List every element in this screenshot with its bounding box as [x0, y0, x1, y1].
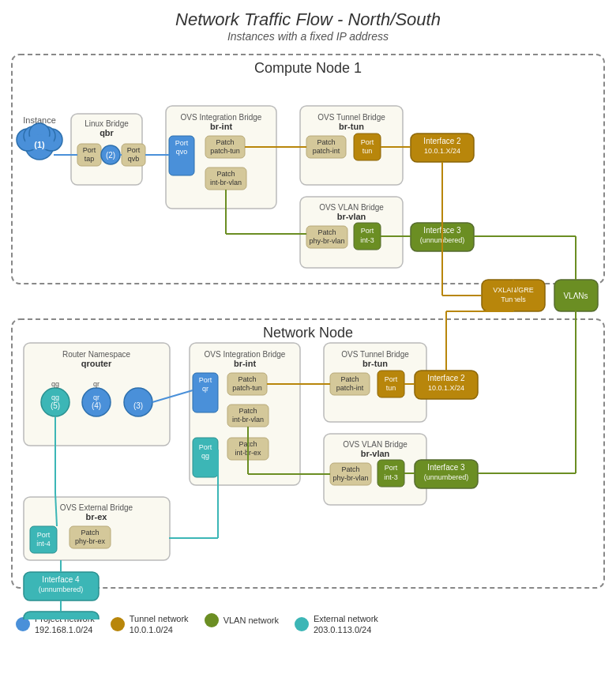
- svg-text:Port: Port: [199, 443, 212, 451]
- svg-text:br-tun: br-tun: [339, 122, 364, 131]
- svg-text:Patch: Patch: [317, 228, 336, 236]
- svg-text:phy-br-vlan: phy-br-vlan: [309, 237, 344, 245]
- title-section: Network Traffic Flow - North/South Insta…: [0, 0, 616, 47]
- svg-text:patch-tun: patch-tun: [210, 147, 240, 155]
- svg-text:Network Node: Network Node: [263, 325, 353, 341]
- svg-text:qg: qg: [201, 452, 209, 460]
- svg-text:tun: tun: [386, 384, 396, 392]
- svg-text:Port: Port: [199, 376, 212, 384]
- svg-text:Patch: Patch: [341, 465, 359, 473]
- svg-text:br-vlan: br-vlan: [337, 212, 366, 221]
- svg-text:patch-tun: patch-tun: [232, 384, 262, 392]
- svg-text:Interface 4: Interface 4: [42, 575, 80, 584]
- svg-text:OVS Tunnel Bridge: OVS Tunnel Bridge: [317, 113, 385, 122]
- svg-text:tun: tun: [362, 147, 373, 155]
- svg-text:Patch: Patch: [239, 407, 257, 415]
- svg-text:Patch: Patch: [216, 138, 234, 146]
- svg-text:(3): (3): [133, 401, 143, 410]
- svg-text:Linux Bridge: Linux Bridge: [85, 119, 129, 128]
- svg-text:Port: Port: [175, 139, 189, 147]
- svg-text:int-3: int-3: [360, 236, 374, 244]
- svg-text:qr: qr: [93, 380, 100, 388]
- svg-text:qvo: qvo: [176, 148, 188, 156]
- svg-text:(unnumbered): (unnumbered): [424, 473, 469, 481]
- svg-text:qrouter: qrouter: [81, 359, 112, 368]
- svg-text:br-int: br-int: [234, 359, 256, 368]
- svg-text:patch-int: patch-int: [313, 147, 340, 155]
- svg-text:Port: Port: [37, 531, 51, 539]
- svg-text:Port: Port: [361, 138, 374, 146]
- svg-text:int-br-vlan: int-br-vlan: [210, 179, 242, 186]
- svg-text:int-br-vlan: int-br-vlan: [232, 416, 264, 424]
- svg-text:br-int: br-int: [210, 122, 232, 131]
- svg-text:Internet: Internet: [46, 618, 75, 619]
- svg-text:qg: qg: [51, 380, 59, 388]
- svg-text:int-4: int-4: [36, 540, 51, 548]
- svg-text:Compute Node 1: Compute Node 1: [254, 60, 362, 76]
- svg-text:Port: Port: [385, 375, 398, 383]
- svg-text:(4): (4): [92, 401, 101, 410]
- svg-text:qg: qg: [51, 393, 59, 401]
- svg-text:Interface 2: Interface 2: [427, 374, 465, 382]
- svg-text:Patch: Patch: [317, 138, 335, 146]
- svg-text:tap: tap: [85, 155, 95, 163]
- svg-text:Port: Port: [361, 227, 374, 235]
- svg-text:OVS VLAN Bridge: OVS VLAN Bridge: [319, 203, 384, 212]
- network-diagram: Compute Node 1 Instance (1) Linux Bridge…: [8, 51, 608, 619]
- svg-text:10.0.1.X/24: 10.0.1.X/24: [428, 384, 464, 392]
- svg-text:int-3: int-3: [384, 473, 398, 481]
- svg-text:Router Namespace: Router Namespace: [62, 350, 131, 359]
- page: Network Traffic Flow - North/South Insta…: [0, 0, 616, 689]
- svg-text:OVS Tunnel Bridge: OVS Tunnel Bridge: [341, 350, 409, 359]
- svg-text:OVS External Bridge: OVS External Bridge: [60, 503, 133, 512]
- svg-text:Port: Port: [385, 464, 398, 472]
- sub-title: Instances with a fixed IP address: [0, 30, 616, 43]
- svg-text:qr: qr: [93, 393, 100, 401]
- svg-text:br-tun: br-tun: [362, 359, 388, 368]
- svg-text:qbr: qbr: [100, 128, 114, 137]
- svg-text:qvb: qvb: [128, 155, 140, 163]
- svg-text:OVS Integration Bridge: OVS Integration Bridge: [181, 113, 262, 122]
- svg-text:Patch: Patch: [340, 375, 359, 383]
- svg-text:Patch: Patch: [238, 375, 256, 383]
- svg-text:phy-br-vlan: phy-br-vlan: [332, 474, 368, 482]
- svg-text:Patch: Patch: [216, 170, 235, 178]
- svg-text:(unnumbered): (unnumbered): [39, 585, 84, 593]
- svg-text:qr: qr: [202, 385, 208, 393]
- svg-text:phy-br-ex: phy-br-ex: [75, 537, 106, 545]
- svg-text:Port: Port: [127, 146, 141, 154]
- svg-text:Patch: Patch: [81, 529, 99, 537]
- svg-text:OVS Integration Bridge: OVS Integration Bridge: [205, 350, 286, 359]
- svg-text:Interface 2: Interface 2: [423, 137, 461, 145]
- svg-text:Port: Port: [83, 146, 96, 154]
- diagram-area: Compute Node 1 Instance (1) Linux Bridge…: [0, 47, 616, 626]
- svg-text:br-vlan: br-vlan: [361, 449, 390, 458]
- svg-text:OVS VLAN Bridge: OVS VLAN Bridge: [343, 440, 408, 449]
- svg-text:10.0.1.X/24: 10.0.1.X/24: [424, 147, 460, 155]
- svg-text:(2): (2): [106, 151, 115, 160]
- svg-text:(5): (5): [51, 401, 60, 410]
- svg-text:patch-int: patch-int: [336, 384, 364, 392]
- main-title: Network Traffic Flow - North/South: [0, 9, 616, 30]
- svg-text:Interface 3: Interface 3: [427, 463, 465, 472]
- svg-text:(1): (1): [34, 140, 45, 149]
- svg-text:br-ex: br-ex: [86, 512, 108, 521]
